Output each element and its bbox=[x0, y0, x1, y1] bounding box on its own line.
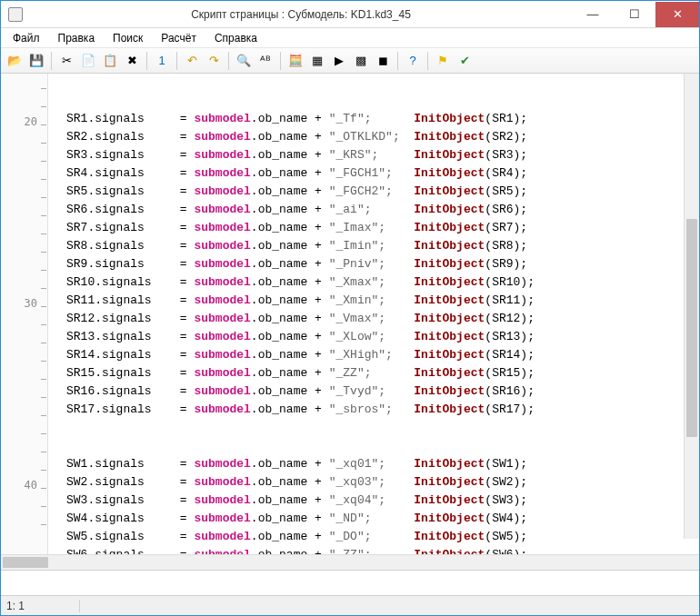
code-line[interactable] bbox=[66, 437, 699, 455]
window-buttons: — ☐ ✕ bbox=[572, 2, 699, 27]
code-line[interactable]: SW6.signals = submodel.ob_name + "_ZZ"; … bbox=[66, 546, 699, 554]
code-line[interactable]: SR5.signals = submodel.ob_name + "_FGCH2… bbox=[66, 183, 699, 201]
menu-item[interactable]: Поиск bbox=[105, 30, 151, 46]
vertical-scrollbar[interactable] bbox=[684, 74, 699, 539]
code-line[interactable]: SR11.signals = submodel.ob_name + "_Xmin… bbox=[66, 292, 699, 310]
undo-icon[interactable]: ↶ bbox=[182, 51, 202, 71]
toolbar-separator bbox=[176, 52, 177, 70]
cursor-position: 1: 1 bbox=[6, 600, 80, 612]
trace-icon[interactable]: ▩ bbox=[351, 51, 371, 71]
find-icon[interactable]: 🔍 bbox=[234, 51, 254, 71]
close-button[interactable]: ✕ bbox=[655, 2, 699, 27]
code-line[interactable]: SR16.signals = submodel.ob_name + "_Tvyd… bbox=[66, 383, 699, 401]
menu-item[interactable]: Справка bbox=[206, 30, 265, 46]
editor-window: Скрипт страницы : Субмодель: KD1.kd3_45 … bbox=[0, 0, 700, 616]
editor-area: 203040 SR1.signals = submodel.ob_name + … bbox=[1, 74, 699, 595]
code-line[interactable]: SR14.signals = submodel.ob_name + "_XHig… bbox=[66, 346, 699, 364]
wizard-icon[interactable]: ⚑ bbox=[433, 51, 453, 71]
toolbar: 📂💾✂📄📋✖1↶↷🔍ᴬᴮ🧮▦▶▩◼?⚑✔ bbox=[1, 48, 699, 74]
code-line[interactable]: SR17.signals = submodel.ob_name + "_sbro… bbox=[66, 401, 699, 419]
toolbar-separator bbox=[427, 52, 428, 70]
menu-item[interactable]: Файл bbox=[5, 30, 48, 46]
code-line[interactable]: SR1.signals = submodel.ob_name + "_Tf"; … bbox=[66, 110, 699, 128]
code-line[interactable]: SW2.signals = submodel.ob_name + "_xq03"… bbox=[66, 473, 699, 492]
toolbar-separator bbox=[146, 52, 147, 70]
replace-icon[interactable]: ᴬᴮ bbox=[255, 51, 275, 71]
delete-icon[interactable]: ✖ bbox=[122, 51, 142, 71]
horizontal-scrollbar[interactable] bbox=[1, 554, 699, 570]
header-icon[interactable]: ▦ bbox=[307, 51, 327, 71]
bookmark-icon[interactable]: 1 bbox=[152, 51, 172, 71]
paste-icon[interactable]: 📋 bbox=[100, 51, 120, 71]
code-line[interactable]: SR4.signals = submodel.ob_name + "_FGCH1… bbox=[66, 164, 699, 183]
code-line[interactable]: SR15.signals = submodel.ob_name + "_ZZ";… bbox=[66, 364, 699, 383]
open-icon[interactable]: 📂 bbox=[5, 51, 25, 71]
menubar: ФайлПравкаПоискРасчётСправка bbox=[1, 28, 699, 48]
code-line[interactable]: SW1.signals = submodel.ob_name + "_xq01"… bbox=[66, 455, 699, 473]
run-icon[interactable]: ▶ bbox=[329, 51, 349, 71]
minimize-button[interactable]: — bbox=[572, 2, 614, 27]
calc-icon[interactable]: 🧮 bbox=[285, 51, 305, 71]
toolbar-separator bbox=[397, 52, 398, 70]
toolbar-separator bbox=[280, 52, 281, 70]
code-line[interactable]: SW5.signals = submodel.ob_name + "_DO"; … bbox=[66, 528, 699, 546]
horizontal-scroll-thumb[interactable] bbox=[3, 557, 48, 568]
maximize-button[interactable]: ☐ bbox=[614, 2, 655, 27]
redo-icon[interactable]: ↷ bbox=[204, 51, 224, 71]
stop-icon[interactable]: ◼ bbox=[373, 51, 393, 71]
code-line[interactable]: SR10.signals = submodel.ob_name + "_Xmax… bbox=[66, 273, 699, 292]
vertical-scroll-thumb[interactable] bbox=[686, 219, 697, 437]
code-line[interactable]: SR13.signals = submodel.ob_name + "_XLow… bbox=[66, 328, 699, 346]
toolbar-separator bbox=[51, 52, 52, 70]
code-line[interactable]: SR2.signals = submodel.ob_name + "_OTKLK… bbox=[66, 128, 699, 146]
statusbar: 1: 1 bbox=[1, 595, 699, 615]
code-line[interactable]: SR8.signals = submodel.ob_name + "_Imin"… bbox=[66, 237, 699, 255]
cut-icon[interactable]: ✂ bbox=[56, 51, 76, 71]
code-line[interactable]: SR3.signals = submodel.ob_name + "_KRS";… bbox=[66, 146, 699, 164]
app-icon bbox=[8, 7, 23, 22]
code-line[interactable]: SR7.signals = submodel.ob_name + "_Imax"… bbox=[66, 219, 699, 237]
window-title: Скрипт страницы : Субмодель: KD1.kd3_45 bbox=[30, 8, 572, 21]
code-line[interactable]: SR12.signals = submodel.ob_name + "_Vmax… bbox=[66, 310, 699, 328]
menu-item[interactable]: Правка bbox=[50, 30, 104, 46]
code-line[interactable]: SW4.signals = submodel.ob_name + "_ND"; … bbox=[66, 510, 699, 528]
code-line[interactable] bbox=[66, 419, 699, 437]
code-line[interactable]: SR9.signals = submodel.ob_name + "_Pniv"… bbox=[66, 255, 699, 273]
code-viewport[interactable]: 203040 SR1.signals = submodel.ob_name + … bbox=[1, 74, 699, 554]
code-line[interactable]: SW3.signals = submodel.ob_name + "_xq04"… bbox=[66, 492, 699, 510]
help-icon[interactable]: ? bbox=[403, 51, 423, 71]
save-icon[interactable]: 💾 bbox=[26, 51, 46, 71]
menu-item[interactable]: Расчёт bbox=[153, 30, 205, 46]
code-content[interactable]: SR1.signals = submodel.ob_name + "_Tf"; … bbox=[1, 74, 699, 554]
check-icon[interactable]: ✔ bbox=[455, 51, 475, 71]
toolbar-separator bbox=[228, 52, 229, 70]
code-line[interactable]: SR6.signals = submodel.ob_name + "_ai"; … bbox=[66, 201, 699, 219]
copy-icon[interactable]: 📄 bbox=[78, 51, 98, 71]
titlebar: Скрипт страницы : Субмодель: KD1.kd3_45 … bbox=[1, 1, 699, 28]
output-panel bbox=[1, 570, 699, 595]
